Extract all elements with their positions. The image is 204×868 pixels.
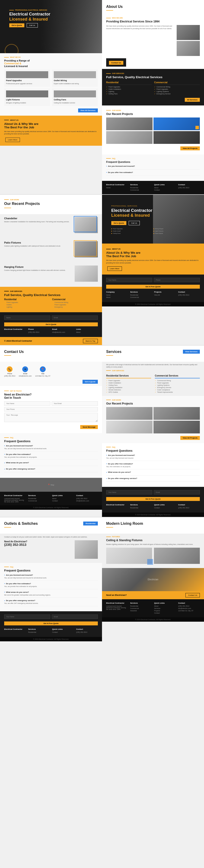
ofc-phone[interactable]: (235) 352-3513 (76, 631, 98, 633)
services-res-col: Residential Services Panel Upgrades Outl… (106, 374, 153, 394)
fc-col-2: Services Residential Commercial (28, 494, 50, 503)
al-13 (106, 370, 111, 371)
h2-svc-4: ■ Light Fixtures (153, 230, 195, 232)
patio-text: Outdoor patio lighting installation with… (4, 245, 73, 247)
living-cta-btn[interactable]: Contact Us (185, 593, 200, 597)
f2-l6[interactable]: (235) 352-3513 (178, 294, 200, 296)
services-view-btn[interactable]: View Services (183, 350, 200, 353)
faq-contact-title: Frequent Questions (4, 440, 98, 443)
about-short-btn[interactable]: Learn More (5, 137, 20, 142)
pf-email[interactable]: info@electric.com (52, 332, 74, 333)
footer-link-2-2[interactable]: Commercial (130, 189, 152, 191)
of-name[interactable] (4, 615, 50, 619)
sfc-phone[interactable]: (235) 352-3513 (178, 507, 200, 508)
footer-link-1-1[interactable]: Home (106, 187, 128, 188)
footer-link-3-1[interactable]: About (154, 187, 176, 188)
faq-sq-2[interactable]: Do you offer free estimates? (106, 463, 200, 465)
fl-email[interactable]: info@electric.com (178, 608, 200, 609)
hero2-quote-btn[interactable]: Get a Quote (111, 221, 126, 225)
fc-l4[interactable]: Contact (52, 500, 74, 502)
ofc-l1[interactable]: Residential (28, 631, 50, 633)
faq-sq-3[interactable]: What areas do you serve? (106, 471, 200, 473)
proj-email-input[interactable] (52, 315, 98, 320)
about-why-btn[interactable]: Learn More (107, 267, 122, 271)
hero-services-btn[interactable]: Get a Quote (9, 23, 24, 27)
sf-name[interactable] (106, 490, 152, 494)
git-email[interactable] (52, 401, 98, 406)
fl-phone[interactable]: (235) 352-3513 (178, 605, 200, 607)
fl-l6[interactable]: Projects (154, 610, 176, 612)
hero2-call-btn[interactable]: Call Us (129, 221, 140, 225)
fc-l1[interactable]: Residential (28, 498, 50, 499)
faq-cq-4[interactable]: Do you offer emergency service? (4, 468, 98, 470)
hero-contact-btn[interactable]: Call Us (27, 23, 38, 28)
patio-img-border (74, 240, 97, 256)
sp-btn[interactable]: View All Projects (180, 436, 200, 440)
faq-sa-1: Yes, we are fully licensed and insured. (106, 457, 200, 459)
proj-cta-btn[interactable]: Back to Top (83, 339, 98, 343)
faq-sq-4[interactable]: Do you offer emergency service? (106, 477, 200, 479)
f2-l1[interactable]: Home (106, 294, 128, 296)
ceiling-section: Fixtures Ceiling & Standing Fixtures Mod… (102, 533, 204, 568)
footer-cols: Electrical Contractor Home Services Resi… (106, 184, 200, 191)
fl-l7[interactable]: Contact (154, 612, 176, 614)
footer-phone-link[interactable]: (235) 352-3513 (178, 187, 200, 188)
git-name[interactable] (4, 401, 50, 406)
f2-l2[interactable]: About (106, 297, 128, 298)
outlets-dark-form: Get A Free Quote Electrical Contractor S… (0, 611, 102, 637)
git-submit[interactable]: Send Message (80, 425, 98, 429)
fc-l3[interactable]: About (52, 498, 74, 499)
footer-link-3-2[interactable]: Contact (154, 189, 176, 191)
git-phone[interactable] (4, 407, 98, 411)
footer-link-2-1[interactable]: Residential (130, 187, 152, 188)
proj-submit-btn[interactable]: Get A Quote (4, 322, 98, 326)
git-message[interactable] (4, 413, 98, 422)
fc-l2[interactable]: Commercial (28, 500, 50, 502)
services-projects-section: Our Work Our Recent Projects View All Pr… (102, 396, 204, 443)
fl-addr[interactable]: 123 Main St, City, ST (178, 610, 200, 612)
faq-oq-1[interactable]: Are you licensed and insured? (4, 574, 98, 576)
fl-l3[interactable]: Industrial (130, 610, 152, 612)
faq-oq-4[interactable]: Do you offer emergency service? (4, 599, 98, 601)
sf-submit[interactable]: Get A Free Quote (106, 497, 200, 501)
faq-cq-2[interactable]: Do you offer free estimates? (4, 453, 98, 455)
f2-l5[interactable]: View All (154, 294, 176, 296)
about-providing-title: Providing Electrical Services Since 1994 (106, 20, 200, 23)
faq-oq-2[interactable]: Do you offer free estimates? (4, 583, 98, 585)
proj-name-input[interactable] (4, 315, 50, 320)
fl-l1[interactable]: Residential (130, 605, 152, 607)
about-contact-btn[interactable]: Contact Us (109, 61, 123, 65)
elec-btn[interactable]: All Services (185, 98, 200, 102)
contact-cta-btn[interactable]: Get A Quote (82, 380, 98, 384)
fc-email[interactable]: info@electric.com (76, 500, 98, 502)
projects-btn[interactable]: View All Projects (180, 146, 200, 150)
form2-submit[interactable]: Get A Free Quote (106, 285, 200, 289)
pf-phone[interactable]: (235) 352-3513 (28, 332, 50, 333)
of-submit[interactable]: Get A Free Quote (4, 621, 98, 625)
f2-l4[interactable]: Commercial (130, 297, 152, 298)
faq-oa-2: Yes, we provide free estimates for all p… (4, 585, 98, 588)
faq-oq-3[interactable]: What areas do you serve? (4, 591, 98, 593)
fc-phone[interactable]: (235) 352-3513 (76, 498, 98, 499)
faq-sq-1[interactable]: Are you licensed and insured? (106, 454, 200, 456)
form2-phone[interactable] (154, 278, 200, 282)
ofc-l2[interactable]: Contact (52, 631, 74, 633)
sfc-l1[interactable]: Residential (130, 507, 152, 508)
sfc-l2[interactable]: Contact (154, 507, 176, 508)
pf-link-1[interactable]: About (76, 332, 98, 333)
providing-btn[interactable]: View All Services (78, 108, 98, 113)
outlets-badge-btn[interactable]: Residential (83, 522, 98, 525)
fl-l4[interactable]: About (154, 605, 176, 607)
faq-cq-1[interactable]: Are you licensed and insured? (4, 445, 98, 447)
f2-l3[interactable]: Residential (130, 294, 152, 296)
fl-l2[interactable]: Commercial (130, 608, 152, 609)
faq-cq-3[interactable]: What areas do you serve? (4, 462, 98, 464)
sf-email[interactable] (154, 490, 200, 494)
fl-l5[interactable]: Services (154, 608, 176, 609)
form2-footer-cols: Company Home About Services Residential … (106, 291, 200, 299)
service-img-4 (54, 90, 96, 97)
form2-name[interactable] (106, 278, 152, 282)
p-res-1: Panel Upgrades (4, 302, 50, 303)
hero2-btns: Get a Quote Call Us (111, 220, 195, 225)
of-email[interactable] (52, 615, 98, 619)
